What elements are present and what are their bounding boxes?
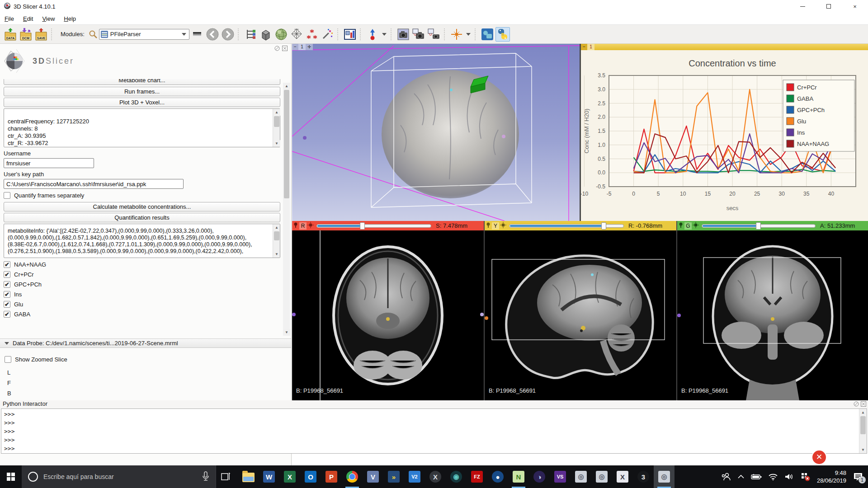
scroll-up-icon[interactable]: ▲ — [859, 409, 867, 416]
slice-links-icon[interactable] — [693, 222, 699, 230]
taskbar-app-slicer-a[interactable]: ◎ — [571, 465, 591, 488]
scroll-down-icon[interactable]: ▼ — [273, 140, 280, 147]
view-pin-icon[interactable] — [678, 222, 684, 230]
crosshair-icon[interactable] — [449, 27, 464, 42]
keypath-input[interactable] — [4, 179, 184, 189]
header-info-textarea[interactable]: centralFrequency: 1277125220 channels: 8… — [4, 108, 280, 147]
run-frames-button[interactable]: Run frames... — [4, 87, 280, 96]
show-zoomed-slice-checkbox[interactable]: Show Zoomed Slice — [5, 356, 67, 363]
layout-tree-icon[interactable] — [243, 27, 258, 42]
pink-fiducial-dot[interactable] — [502, 135, 505, 138]
coronal-slice-view[interactable]: B: P19968_56691 — [677, 230, 868, 400]
data-probe-header[interactable]: Data Probe: C:/dev/1.namic/scenes/ti...2… — [0, 338, 291, 348]
metabolite-checkbox-gpc-pch[interactable]: GPC+PCh — [4, 281, 280, 288]
slice-links-icon[interactable] — [500, 222, 506, 230]
taskbar-app-slicer-b[interactable]: ◎ — [591, 465, 612, 488]
start-button[interactable] — [0, 465, 22, 488]
concentration-chart[interactable]: -10-50510152025303540-0.50.00.51.01.52.0… — [581, 50, 868, 221]
scene-view-restore-icon[interactable] — [427, 27, 441, 42]
screenshot-icon[interactable] — [396, 27, 410, 42]
action-center-icon[interactable]: 1 — [853, 472, 863, 482]
scene-view-capture-icon[interactable] — [411, 27, 426, 42]
menu-view[interactable]: View — [38, 14, 59, 24]
volume-icon[interactable] — [784, 473, 794, 480]
magic-wand-icon[interactable] — [320, 27, 335, 42]
scroll-down-icon[interactable]: ▼ — [273, 251, 280, 258]
python-interactor-icon[interactable] — [495, 27, 510, 42]
cube-view-icon[interactable] — [259, 27, 273, 42]
taskbar-app-notepadpp[interactable]: N — [508, 465, 529, 488]
dicom-icon[interactable]: DCM — [19, 27, 33, 42]
extensions-manager-icon[interactable] — [480, 27, 495, 42]
scroll-up-icon[interactable]: ▲ — [273, 224, 280, 231]
calculate-concentrations-button[interactable]: Calculate metabolite concentrations... — [4, 202, 280, 211]
panel-pin-icon[interactable] — [274, 46, 280, 52]
battery-icon[interactable] — [751, 474, 762, 480]
view-pin-icon[interactable] — [293, 222, 298, 230]
mesh-grid-icon[interactable] — [289, 27, 304, 42]
view-pin-icon[interactable]: − — [292, 44, 298, 50]
chart-view[interactable]: − 1 -10-50510152025303540-0.50.00.51.01.… — [581, 44, 868, 221]
metabolite-checkbox-cr-pcr[interactable]: Cr+PCr — [4, 271, 280, 278]
menu-edit[interactable]: Edit — [19, 14, 38, 24]
forward-arrow-icon[interactable] — [221, 27, 235, 42]
taskbar-clock[interactable]: 9:48 28/06/2019 — [817, 469, 846, 484]
panel-close-icon[interactable] — [282, 46, 288, 52]
view-pin-icon[interactable]: − — [581, 44, 587, 50]
chart-module-icon[interactable] — [343, 27, 357, 42]
people-icon[interactable] — [721, 472, 731, 481]
textarea-scrollbar[interactable]: ▲ ▼ — [273, 109, 280, 147]
taskbar-app-vnc[interactable]: V2 — [404, 465, 425, 488]
taskbar-app-visualstudio[interactable]: VS — [550, 465, 571, 488]
taskbar-app-vmware[interactable]: V — [363, 465, 383, 488]
taskbar-search[interactable]: Escribe aquí para buscar — [22, 465, 216, 488]
load-data-icon[interactable]: DATA — [3, 27, 18, 42]
slice-links-icon[interactable] — [307, 222, 314, 230]
module-history-icon[interactable] — [190, 27, 204, 42]
taskbar-app-filezilla[interactable]: FZ — [467, 465, 487, 488]
wifi-icon[interactable] — [768, 473, 778, 480]
textarea-scrollbar[interactable]: ▲ ▼ — [273, 224, 280, 258]
sync-error-tray-icon[interactable] — [801, 472, 811, 481]
close-button[interactable]: × — [842, 0, 868, 13]
sagittal-slice-image[interactable] — [485, 230, 676, 400]
quantification-results-button[interactable]: Quantification results — [4, 213, 280, 222]
save-icon[interactable]: SAVE — [34, 27, 48, 42]
menu-file[interactable]: File — [0, 14, 19, 24]
sphere-module-icon[interactable] — [274, 27, 288, 42]
plot-3d-voxel-button[interactable]: Plot 3D + Voxel... — [4, 98, 280, 107]
coronal-slice-image[interactable] — [677, 230, 868, 400]
scroll-up-icon[interactable]: ▲ — [273, 109, 280, 116]
axial-slice-view[interactable]: B: P19968_56691 — [292, 230, 484, 400]
metabolite-checkbox-ins[interactable]: Ins — [4, 291, 280, 298]
taskbar-app-explorer[interactable] — [238, 465, 259, 488]
taskbar-app-word[interactable]: W — [259, 465, 279, 488]
cyan-fiducial-dot[interactable] — [450, 89, 453, 91]
taskbar-app-x-app[interactable]: X — [612, 465, 633, 488]
microphone-icon[interactable] — [202, 471, 209, 483]
chart-view-controller[interactable]: − 1 — [581, 44, 868, 50]
taskbar-app-round-teal[interactable]: ◉ — [446, 465, 467, 488]
metabolite-checkbox-glu[interactable]: Glu — [4, 301, 280, 308]
taskbar-app-lock[interactable]: ● — [487, 465, 508, 488]
view-options-icon[interactable]: ✛ — [306, 44, 313, 50]
username-input[interactable] — [4, 158, 94, 168]
module-search-icon[interactable] — [88, 27, 99, 42]
maximize-button[interactable] — [816, 0, 842, 13]
red-slice-bar[interactable]: R S: 7.478mm — [292, 221, 484, 230]
scroll-down-icon[interactable]: ▼ — [283, 329, 290, 336]
metabolite-chart-button[interactable]: Metabolite chart... — [4, 79, 280, 85]
panel-scrollbar[interactable]: ▲ ▼ — [283, 83, 290, 336]
taskbar-app-j3-app[interactable]: 3 — [633, 465, 654, 488]
metabolite-checkbox-gaba[interactable]: GABA — [4, 311, 280, 318]
taskbar-app-putty[interactable]: » — [383, 465, 404, 488]
scroll-up-icon[interactable]: ▲ — [283, 83, 290, 89]
console-scrollbar[interactable]: ▲ ▼ — [859, 409, 867, 453]
metabolite-info-textarea[interactable]: metaboliteInfo: {'Ala':[(2.42E-02,7.22,0… — [4, 224, 280, 258]
red-slice-slider[interactable] — [316, 224, 431, 228]
python-console[interactable]: >>>>>>>>>>>>>>> ▲ ▼ — [1, 408, 867, 454]
metabolite-checkbox-naa-naag[interactable]: NAA+NAAG — [4, 261, 280, 268]
taskbar-app-eclipse[interactable]: ◑ — [529, 465, 550, 488]
chevron-up-icon[interactable] — [737, 474, 745, 479]
module-selector[interactable]: PFileParser — [99, 29, 189, 40]
